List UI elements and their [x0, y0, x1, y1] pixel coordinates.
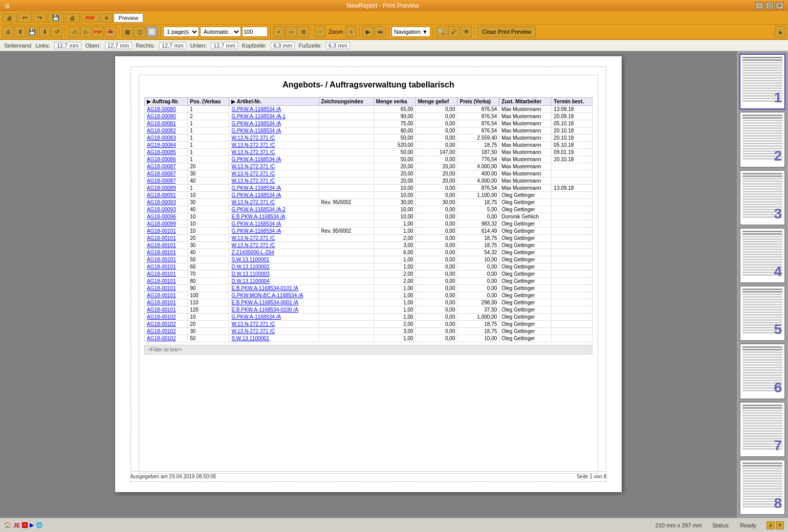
- tb-btn-1[interactable]: 🖨: [2, 26, 13, 37]
- tb-btn-view-double[interactable]: ▫▫: [286, 26, 297, 37]
- tb-btn-view3[interactable]: ⬜: [146, 26, 158, 37]
- report-page: Angebots- / Auftragsverwaltung tabellari…: [115, 56, 622, 492]
- toolbar-sep-9: [474, 27, 475, 37]
- seitenrand-label: Seitenrand: [4, 42, 31, 49]
- table-col-header: ▶ Auftrag-Nr.: [145, 98, 188, 106]
- thumbnail-number: 2: [774, 148, 782, 164]
- table-col-header: Termin best.: [552, 98, 593, 106]
- taskbar-je: JE: [13, 522, 20, 528]
- close-print-preview-button[interactable]: Close Print Preview: [477, 26, 536, 37]
- scroll-up-btn[interactable]: ▲: [767, 521, 775, 529]
- tb-btn-2[interactable]: ⬆: [14, 26, 26, 37]
- tb-search[interactable]: 🔍: [436, 26, 447, 37]
- fusszeile-label: Fußzeile:: [299, 42, 322, 49]
- taskbar-ie: 🌐: [36, 522, 43, 528]
- table-col-header: Pos. (Verkau: [188, 98, 229, 106]
- thumbnail-page-2[interactable]: 2: [739, 112, 785, 167]
- tb-btn-view-multi[interactable]: ⊞: [298, 26, 309, 37]
- thumbnail-page-7[interactable]: 7: [739, 402, 785, 457]
- menu-item-undo[interactable]: ↩: [18, 13, 32, 23]
- menu-item-redo[interactable]: ↪: [33, 13, 47, 23]
- tb-btn-eye[interactable]: 👁: [461, 26, 472, 37]
- footer-left: Ausgegeben am 29.04.2019 08:50:06: [130, 474, 216, 479]
- minimize-button[interactable]: ─: [755, 2, 763, 9]
- tb-btn-next-pg[interactable]: ▷: [80, 26, 92, 37]
- table-col-header: Zust. Mitarbeiter: [499, 98, 552, 106]
- page-border-inner: Angebots- / Auftragsverwaltung tabellari…: [139, 75, 598, 474]
- tb-btn-view-single[interactable]: ▪: [273, 26, 284, 37]
- zoom-mode-select[interactable]: Automatic: [200, 27, 241, 37]
- zoom-value-input[interactable]: [242, 27, 268, 37]
- tb-zoom-out[interactable]: −: [315, 26, 326, 37]
- menu-preview-button[interactable]: Preview: [114, 13, 143, 23]
- menu-item-save[interactable]: 💾: [48, 13, 64, 23]
- oben-value: 12,7 mm: [105, 42, 132, 49]
- kopfzeile-label: Kopfzeile:: [242, 42, 267, 49]
- report-title: Angebots- / Auftragsverwaltung tabellari…: [144, 80, 593, 90]
- tb-play[interactable]: ▶: [362, 26, 374, 37]
- table-col-header: Zeichnungsindex: [319, 98, 374, 106]
- status-value: Ready: [740, 522, 756, 528]
- thumbnail-page-3[interactable]: 3: [739, 170, 785, 226]
- toolbar-sep-1: [65, 27, 65, 37]
- menu-item-0[interactable]: 🖨: [2, 13, 17, 23]
- statusbar: 🏠 JE 🅼 ▶ 🌐 210 mm x 297 mm Status: Ready…: [0, 518, 788, 532]
- thumbnail-page-6[interactable]: 6: [739, 343, 785, 399]
- rechts-value: 12,7 mm: [159, 42, 186, 49]
- table-body: AG18-000801G.PKW.A-1168534 /A65,000,0087…: [145, 106, 593, 342]
- thumbnail-number: 8: [774, 495, 782, 512]
- menu-item-print[interactable]: 🖨: [65, 13, 80, 23]
- thumbnail-number: 6: [774, 380, 782, 396]
- restore-button[interactable]: ◻: [765, 2, 774, 9]
- margin-bar: Seitenrand Links: 12,7 mm Oben: 12,7 mm …: [0, 40, 788, 51]
- titlebar: 🖨 NewReport - Print Preview ─ ◻ ✕: [0, 0, 788, 11]
- tb-btn-view2[interactable]: ◫: [134, 26, 145, 37]
- thumbnail-page-8[interactable]: 8: [739, 459, 785, 515]
- navigation-arrow: ▼: [422, 29, 428, 35]
- footer-right: Seite 1 von 8: [577, 474, 606, 479]
- status-label: Status:: [712, 522, 730, 528]
- thumbnail-number: 4: [774, 263, 782, 280]
- menubar: 🖨 ↩ ↪ 💾 🖨 PDF ≡ Preview: [0, 11, 788, 25]
- tb-zoom-in[interactable]: +: [345, 26, 357, 37]
- toolbar-sep-7: [388, 27, 389, 37]
- table-header-row: ▶ Auftrag-Nr.Pos. (Verkau▶ Artikel-Nr.Ze…: [145, 98, 593, 106]
- tb-btn-4[interactable]: ⬇: [39, 26, 50, 37]
- tb-btn-prev-pg[interactable]: ◁: [68, 26, 79, 37]
- thumbnail-page-4[interactable]: 4: [739, 228, 785, 283]
- tb-scroll-up[interactable]: ▲: [775, 26, 786, 37]
- thumbnail-page-5[interactable]: 5: [739, 285, 785, 341]
- close-button[interactable]: ✕: [776, 2, 784, 9]
- tb-btn-pdf[interactable]: PDF: [93, 26, 104, 37]
- tb-btn-floppy[interactable]: 💾: [27, 26, 38, 37]
- oben-label: Oben:: [85, 42, 101, 49]
- tb-btn-export[interactable]: 📤: [105, 26, 116, 37]
- zoom-label: Zoom: [327, 29, 344, 35]
- tb-btn-refresh[interactable]: ↺: [51, 26, 62, 37]
- taskbar-m: 🅼: [22, 522, 28, 528]
- thumbnail-number: 5: [774, 321, 782, 338]
- links-label: Links:: [35, 42, 50, 49]
- preview-area[interactable]: Angebots- / Auftragsverwaltung tabellari…: [0, 51, 737, 518]
- page-footer: Ausgegeben am 29.04.2019 08:50:06 Seite …: [130, 471, 606, 479]
- menu-item-pdf[interactable]: PDF: [81, 14, 99, 22]
- fusszeile-value: 6,3 mm: [326, 42, 350, 49]
- scroll-down-btn[interactable]: ▼: [776, 521, 784, 529]
- toolbar-sep-3: [160, 27, 161, 37]
- thumbnail-panel: 12345678: [737, 51, 788, 518]
- thumbnail-number: 3: [774, 206, 782, 222]
- rechts-label: Rechts:: [136, 42, 155, 49]
- tb-play-end[interactable]: ⏭: [375, 26, 386, 37]
- tb-btn-view1[interactable]: ▦: [122, 26, 133, 37]
- links-value: 12,7 mm: [54, 42, 81, 49]
- table-col-header: Preis (Verka): [457, 98, 499, 106]
- thumbnail-page-1[interactable]: 1: [739, 54, 785, 109]
- app-icon: 🖨: [4, 2, 10, 9]
- navigation-dropdown[interactable]: Navigation ▼: [391, 27, 430, 37]
- taskbar-icon: 🏠: [4, 522, 11, 528]
- tb-btn-watermark[interactable]: 🖊: [448, 26, 459, 37]
- page-size: 210 mm x 297 mm: [655, 522, 702, 528]
- menu-item-misc[interactable]: ≡: [100, 13, 113, 23]
- pages-select[interactable]: 1 page(s): [163, 27, 199, 37]
- window-title: NewReport - Print Preview: [346, 2, 419, 9]
